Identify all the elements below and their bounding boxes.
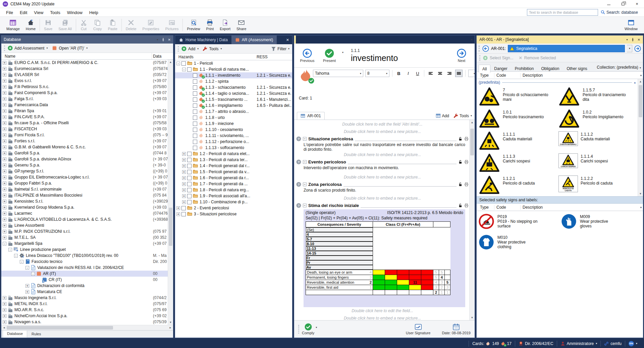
tree-row[interactable]: + NichelCrom Acciai Inox S.p.a. (+39 02 — [1, 313, 168, 319]
hazard-checkbox[interactable] — [193, 73, 197, 78]
scroll-down-icon[interactable]: ▼ — [168, 320, 173, 325]
hazard-row[interactable]: + 1.7 - Pericoli generati da ... — [175, 181, 292, 187]
hazard-row[interactable]: 1.1.12 - perforazione o... — [175, 139, 292, 145]
expander-icon[interactable] — [188, 104, 192, 108]
chevron-down-icon[interactable]: ▾ — [342, 51, 343, 54]
hazard-checkbox[interactable] — [181, 212, 186, 216]
tree-row[interactable]: - Fascicolo tecnico Dir. 200 — [1, 259, 168, 265]
print-icon[interactable] — [464, 182, 469, 187]
tree-row[interactable]: - Valutazioni dei rischi RESS All. I Dir… — [1, 265, 168, 271]
hazard-checkbox[interactable] — [187, 164, 192, 168]
column-code[interactable]: Code — [494, 73, 520, 78]
sign-item[interactable]: CARICHI SOSPESI 1.1.1.4 Carichi sospesi — [557, 152, 637, 174]
tree-row[interactable]: + Faist Componenti S.p.a. (+39 07 — [1, 90, 168, 96]
collapse-icon[interactable]: − — [303, 160, 307, 164]
expander-icon[interactable]: + — [3, 182, 6, 185]
hazard-checkbox[interactable] — [193, 134, 197, 138]
hazard-row[interactable]: 1.1.1 - investimento 1.2.1 - Sicurezza e… — [175, 72, 292, 78]
hazard-row[interactable]: + 1.10 - Combinazione di p... — [175, 199, 292, 205]
tree-row[interactable]: + Dichiarazioni di conformità — [1, 283, 168, 289]
vertical-scrollbar[interactable]: ▲ ▼ — [168, 60, 173, 325]
tree-row[interactable]: + fin.cave S.p.a. - Officine Piselli (07… — [1, 120, 168, 126]
sign-item[interactable]: PERICOLO DI CADUTA 1.1.2.2 Pericolo di c… — [557, 174, 637, 196]
scroll-up-icon[interactable]: ▲ — [640, 74, 642, 77]
lock-icon[interactable] — [458, 182, 463, 187]
hazard-checkbox[interactable] — [193, 110, 197, 114]
justify-button[interactable] — [455, 70, 463, 77]
column-name[interactable]: Name — [1, 54, 15, 59]
scroll-down-icon[interactable]: ▼ — [470, 315, 475, 320]
tree-row[interactable]: - Linea Distacco "TBD100" (TBD100/01/201… — [1, 253, 168, 259]
expander-icon[interactable] — [188, 80, 192, 83]
hazard-checkbox[interactable] — [193, 91, 197, 96]
hazard-row[interactable]: 1.1.9 - iniezione — [175, 121, 292, 127]
language-selector[interactable]: EN ▾ — [625, 341, 641, 347]
expander-icon[interactable]: + — [3, 145, 6, 149]
hazard-checkbox[interactable] — [187, 188, 192, 192]
sign-filter-tab[interactable]: Prohibition — [511, 64, 538, 72]
hazard-row[interactable]: 1.1.5 - trascinamento ... 1.6.1 - Manute… — [175, 96, 292, 102]
expander-icon[interactable] — [188, 146, 192, 150]
tree-row[interactable]: + Linee Assorbenti — [1, 222, 168, 228]
tree-row[interactable]: + FIN.CAVE S.P.A. (+39 07 — [1, 114, 168, 120]
hazard-row[interactable]: 1.1.3 - schiacciamento 1.2.1 - Sicurezza… — [175, 84, 292, 90]
expander-icon[interactable] — [188, 74, 192, 77]
vertical-scrollbar[interactable]: ▲ ▼ — [638, 79, 643, 196]
help-icon[interactable] — [296, 159, 301, 164]
pictures-button[interactable]: Pictures — [162, 17, 182, 33]
search-database-button[interactable]: Search: database — [601, 10, 638, 15]
expander-icon[interactable]: - — [14, 254, 18, 258]
expander-icon[interactable]: + — [3, 85, 6, 89]
tree-row[interactable]: + Novagen s.a.s. (075/39 — [1, 319, 168, 325]
add-assessment-button[interactable]: Add Assessment — [14, 46, 44, 51]
hazard-checkbox[interactable] — [193, 116, 197, 120]
database-connection-status[interactable]: cemfu — [600, 341, 625, 347]
hazard-checkbox[interactable] — [193, 122, 197, 126]
tree-row[interactable]: + Garofoli S.p.a. divisione AGInox (+ 39… — [1, 156, 168, 162]
tree-row[interactable]: + Gruppo EIL Elettromeccanica-Logitec s.… — [1, 174, 168, 180]
hazard-checkbox[interactable] — [193, 146, 197, 150]
tree-row[interactable]: + Evos s.r.l. (+39 07 — [1, 78, 168, 84]
sign-filter-tab[interactable]: Danger — [490, 64, 511, 72]
expander-icon[interactable]: + — [3, 188, 6, 191]
expander-icon[interactable]: + — [3, 230, 6, 233]
tree-row[interactable]: + Fibran Spa (+39 01 — [1, 108, 168, 114]
hazard-row[interactable]: + 1.8 - Pericoli di natura erg... — [175, 187, 292, 193]
expander-icon[interactable] — [188, 128, 192, 132]
expander-icon[interactable]: + — [182, 182, 186, 186]
panel-tab[interactable]: Database — [3, 330, 27, 338]
help-icon[interactable] — [296, 203, 301, 208]
expander-icon[interactable] — [188, 92, 192, 95]
share-button[interactable]: Share — [233, 17, 249, 33]
hazard-row[interactable]: 1.1.13 - soffocamento — [175, 145, 292, 151]
tree-row[interactable]: + Kverneland Group Modena S.p.a. (+39 03 — [1, 204, 168, 210]
expander-icon[interactable]: + — [3, 320, 6, 324]
expander-icon[interactable]: + — [3, 67, 6, 71]
print-button[interactable]: Print — [203, 17, 217, 33]
hazard-checkbox[interactable] — [187, 182, 192, 186]
hazard-row[interactable]: + 1.6 - Pericoli generati da r... — [175, 175, 292, 181]
window-menu-icon[interactable]: ▾ — [627, 38, 628, 41]
expander-icon[interactable] — [188, 86, 192, 89]
scroll-thumb[interactable] — [639, 85, 642, 117]
hazard-checkbox[interactable] — [181, 61, 186, 66]
expander-icon[interactable]: + — [3, 308, 6, 312]
expander-icon[interactable]: + — [3, 157, 6, 161]
window-menu-icon[interactable]: ▾ — [471, 38, 472, 41]
tree-row[interactable]: + Forni Ficola S.r.l. (075 – 9 — [1, 132, 168, 138]
tree-row[interactable]: - AR (IT) 00 — [1, 271, 168, 277]
tree-row[interactable]: + FISCATECH (+39 03 — [1, 126, 168, 132]
hazard-row[interactable]: 1.1.7 - attrito o abrasio... — [175, 109, 292, 115]
tree-row[interactable]: + M.P. INOX COSTRUZIONI s.r.l. (075 97 — [1, 228, 168, 234]
expander-icon[interactable]: + — [3, 91, 6, 95]
align-center-button[interactable] — [436, 70, 444, 77]
hazard-row[interactable]: 1.1.11 - scivolamento, ... — [175, 133, 292, 139]
horizontal-scrollbar[interactable]: ◄ ► — [1, 325, 173, 330]
selected-sign-item[interactable]: P019 P019 - No stepping on surface — [477, 212, 560, 232]
expander-icon[interactable]: + — [3, 97, 6, 101]
cut-button[interactable]: Cut — [77, 17, 90, 33]
expander-icon[interactable]: - — [20, 260, 23, 264]
lock-icon[interactable] — [458, 203, 463, 208]
chevron-down-icon[interactable]: ▾ — [197, 47, 199, 50]
hazard-row[interactable]: 1.1.4 - taglio o seziona... 1.2.1 - Sicu… — [175, 90, 292, 96]
